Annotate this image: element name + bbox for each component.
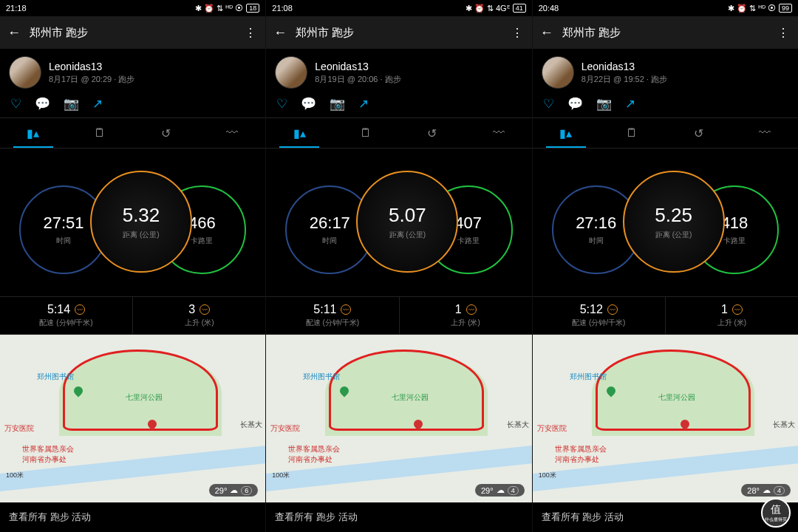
status-icons: ✱ ⏰ ⇅ ᴴᴰ ⦿: [728, 4, 776, 13]
metric-pace[interactable]: 5:11〰 配速 (分钟/千米): [266, 297, 398, 334]
back-icon[interactable]: ←: [7, 25, 25, 41]
view-all-link[interactable]: 查看所有 跑步 活动: [533, 502, 798, 532]
page-title: 郑州市 跑步: [291, 26, 509, 40]
tab-laps[interactable]: ↺: [399, 118, 466, 148]
map-label-poi: 长基大: [773, 420, 795, 430]
detail-tabs: ▮▴ 🗒 ↺ 〰: [266, 117, 531, 149]
cloud-icon: ☁: [763, 485, 771, 495]
pulse-icon: 〰: [607, 304, 618, 315]
map-label-poi: 万安医院: [270, 423, 300, 434]
share-icon[interactable]: ↗: [358, 96, 369, 112]
map-label-library: 郑州图书馆: [303, 372, 340, 382]
map-scale: 100米: [272, 471, 290, 480]
tab-charts[interactable]: 〰: [732, 118, 798, 148]
app-header: ← 郑州市 跑步 ⋮: [266, 16, 531, 49]
status-time: 21:08: [272, 4, 293, 13]
user-row[interactable]: Leonidas13 8月17日 @ 20:29 · 跑步: [0, 49, 265, 93]
gps-track: [596, 349, 751, 431]
tab-laps[interactable]: ↺: [665, 118, 732, 148]
tab-stats[interactable]: ▮▴: [266, 118, 332, 148]
metrics-row: 5:12〰 配速 (分钟/千米) 1〰 上升 (米): [533, 296, 798, 335]
battery-icon: 18: [246, 4, 259, 13]
tab-stats[interactable]: ▮▴: [533, 118, 599, 148]
user-row[interactable]: Leonidas13 8月19日 @ 20:06 · 跑步: [266, 49, 531, 93]
avatar[interactable]: [9, 56, 41, 89]
gps-track: [63, 349, 218, 431]
share-icon[interactable]: ↗: [625, 96, 635, 112]
comment-icon[interactable]: 💬: [301, 96, 316, 112]
map-label-library: 郑州图书馆: [570, 372, 607, 382]
back-icon[interactable]: ←: [540, 25, 558, 41]
detail-tabs: ▮▴ 🗒 ↺ 〰: [533, 117, 798, 149]
user-row[interactable]: Leonidas13 8月22日 @ 19:52 · 跑步: [533, 49, 798, 93]
ring-distance[interactable]: 5.25 距离 (公里): [623, 171, 725, 273]
phone-screen: 21:18 ✱ ⏰ ⇅ ᴴᴰ ⦿ 18 ← 郑州市 跑步 ⋮ Leonidas1…: [0, 0, 266, 532]
like-icon[interactable]: ♡: [10, 96, 21, 112]
map-label-poi: 长基大: [240, 420, 262, 430]
status-icons: ✱ ⏰ ⇅ 4Gᴱ: [466, 4, 510, 13]
like-icon[interactable]: ♡: [276, 96, 287, 112]
camera-icon[interactable]: 📷: [64, 96, 79, 112]
tab-charts[interactable]: 〰: [199, 118, 265, 148]
activity-meta: 8月19日 @ 20:06 · 跑步: [315, 74, 400, 85]
view-all-link[interactable]: 查看所有 跑步 活动: [0, 502, 265, 532]
battery-icon: 41: [513, 4, 526, 13]
phone-screen: 21:08 ✱ ⏰ ⇅ 4Gᴱ 41 ← 郑州市 跑步 ⋮ Leonidas13…: [266, 0, 532, 532]
gps-track: [329, 349, 484, 431]
username: Leonidas13: [49, 61, 134, 72]
map-scale: 100米: [6, 471, 24, 480]
page-title: 郑州市 跑步: [558, 26, 776, 40]
cloud-icon: ☁: [230, 485, 238, 495]
phone-screen: 20:48 ✱ ⏰ ⇅ ᴴᴰ ⦿ 99 ← 郑州市 跑步 ⋮ Leonidas1…: [533, 0, 798, 532]
tab-notes[interactable]: 🗒: [66, 118, 133, 148]
tab-charts[interactable]: 〰: [466, 118, 532, 148]
weather-badge[interactable]: 29° ☁ 6: [209, 484, 259, 497]
pulse-icon: 〰: [75, 304, 85, 315]
view-all-link[interactable]: 查看所有 跑步 活动: [266, 502, 531, 532]
metric-pace[interactable]: 5:12〰 配速 (分钟/千米): [533, 297, 665, 334]
tab-notes[interactable]: 🗒: [598, 118, 665, 148]
detail-tabs: ▮▴ 🗒 ↺ 〰: [0, 117, 265, 149]
action-bar: ♡ 💬 📷 ↗: [0, 93, 265, 117]
more-icon[interactable]: ⋮: [776, 26, 791, 40]
status-time: 20:48: [539, 4, 559, 13]
tab-stats[interactable]: ▮▴: [0, 118, 66, 148]
battery-icon: 99: [779, 4, 792, 13]
weather-badge[interactable]: 28° ☁ 4: [741, 484, 791, 497]
route-map[interactable]: 郑州图书馆 七里河公园 万安医院 世界客属恳亲会 河南省办事处 长基大 100米…: [533, 335, 798, 502]
map-label-poi: 万安医院: [537, 423, 567, 434]
metric-elevation[interactable]: 1〰 上升 (米): [399, 297, 532, 334]
map-label-park: 七里河公园: [126, 392, 163, 403]
stat-rings: 26:17 时间 5.07 距离 (公里) 407 卡路里: [266, 149, 531, 296]
route-map[interactable]: 郑州图书馆 七里河公园 万安医院 世界客属恳亲会 河南省办事处 长基大 100米…: [266, 335, 531, 502]
username: Leonidas13: [582, 61, 667, 72]
tab-laps[interactable]: ↺: [133, 118, 200, 148]
metric-elevation[interactable]: 3〰 上升 (米): [132, 297, 265, 334]
like-icon[interactable]: ♡: [543, 96, 554, 112]
stat-rings: 27:16 时间 5.25 距离 (公里) 418 卡路里: [533, 149, 798, 296]
comment-icon[interactable]: 💬: [35, 96, 50, 112]
action-bar: ♡ 💬 📷 ↗: [266, 93, 531, 117]
more-icon[interactable]: ⋮: [510, 26, 525, 40]
back-icon[interactable]: ←: [273, 25, 291, 41]
weather-badge[interactable]: 29° ☁ 4: [475, 484, 525, 497]
share-icon[interactable]: ↗: [92, 96, 103, 112]
tab-notes[interactable]: 🗒: [332, 118, 399, 148]
map-scale: 100米: [539, 471, 556, 480]
metric-elevation[interactable]: 1〰 上升 (米): [665, 297, 798, 334]
more-icon[interactable]: ⋮: [243, 26, 258, 40]
cloud-icon: ☁: [497, 485, 505, 495]
comment-icon[interactable]: 💬: [567, 96, 583, 112]
pulse-icon: 〰: [732, 304, 743, 315]
route-map[interactable]: 郑州图书馆 七里河公园 万安医院 世界客属恳亲会 河南省办事处 长基大 100米…: [0, 335, 265, 502]
ring-distance[interactable]: 5.32 距离 (公里): [90, 171, 192, 273]
metric-pace[interactable]: 5:14〰 配速 (分钟/千米): [0, 297, 132, 334]
camera-icon[interactable]: 📷: [596, 96, 612, 112]
ring-distance[interactable]: 5.07 距离 (公里): [356, 171, 458, 273]
status-bar: 21:18 ✱ ⏰ ⇅ ᴴᴰ ⦿ 18: [0, 0, 265, 16]
pulse-icon: 〰: [466, 304, 477, 315]
camera-icon[interactable]: 📷: [330, 96, 345, 112]
avatar[interactable]: [542, 56, 574, 89]
avatar[interactable]: [275, 56, 307, 89]
stat-rings: 27:51 时间 5.32 距离 (公里) 466 卡路里: [0, 149, 265, 296]
